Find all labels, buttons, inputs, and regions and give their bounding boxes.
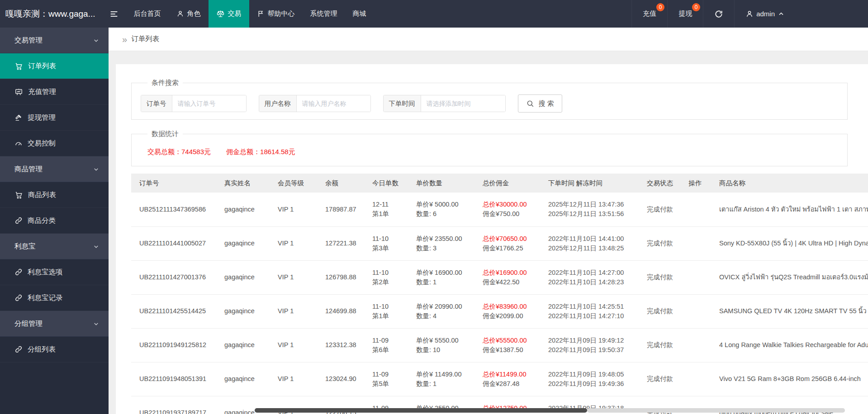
horizontal-scrollbar-track[interactable] bbox=[587, 408, 845, 413]
cell-today-orders: 11-10第2单 bbox=[368, 260, 412, 294]
column-header-总价佣金: 总价佣金 bbox=[478, 174, 544, 193]
horizontal-scrollbar-thumb[interactable] bbox=[255, 408, 587, 413]
column-header-订单号: 订单号 bbox=[131, 174, 220, 193]
sidebar-item-分组列表[interactable]: 分组列表 bbox=[0, 337, 109, 362]
sidebar-group-交易管理[interactable]: 交易管理 bbox=[0, 28, 109, 53]
sidebar-group-商品管理[interactable]: 商品管理 bbox=[0, 156, 109, 182]
search-input-订单号[interactable] bbox=[172, 95, 246, 112]
chevron-down-icon bbox=[93, 166, 100, 173]
sidebar-item-label: 商品列表 bbox=[28, 190, 56, 200]
cell-unit-price-qty: 单价¥ 16900.00数量: 1 bbox=[412, 260, 478, 294]
cell-order-no: UB2211101425514425 bbox=[131, 294, 220, 328]
sidebar-item-利息宝记录[interactable]: 利息宝记录 bbox=[0, 285, 109, 311]
recharge-label: 充值 bbox=[643, 9, 656, 18]
main-content: » 订单列表 条件搜索 订单号用户名称下单时间 搜 索 数据统计 交易总额：74… bbox=[109, 28, 868, 414]
cell-vip-level: VIP 1 bbox=[273, 193, 321, 226]
refresh-button[interactable] bbox=[703, 0, 734, 28]
search-input-下单时间[interactable] bbox=[421, 95, 505, 112]
column-header-下单时间 解冻时间: 下单时间 解冻时间 bbox=[544, 174, 642, 193]
search-row: 订单号用户名称下单时间 搜 索 bbox=[141, 94, 840, 113]
search-panel: 条件搜索 订单号用户名称下单时间 搜 索 bbox=[131, 79, 848, 120]
navbar-right: 充值 0 提现 0 admin bbox=[631, 0, 796, 28]
main-nav-menu: 后台首页角色交易帮助中心系统管理商城 bbox=[126, 0, 374, 28]
sidebar-item-label: 交易控制 bbox=[28, 139, 56, 148]
table-row: UB2211101441005027gagaqinceVIP 1127221.3… bbox=[131, 226, 868, 260]
sidebar-item-交易控制[interactable]: 交易控制 bbox=[0, 131, 109, 156]
flag-icon bbox=[257, 10, 265, 18]
nav-item-系统管理[interactable]: 系统管理 bbox=[303, 0, 345, 28]
withdraw-button[interactable]: 提现 0 bbox=[667, 0, 703, 28]
sidebar-item-充值管理[interactable]: 充值管理 bbox=[0, 79, 109, 105]
sidebar: 交易管理订单列表充值管理提现管理交易控制商品管理商品列表商品分类利息宝利息宝选项… bbox=[0, 28, 109, 414]
nav-item-帮助中心[interactable]: 帮助中心 bbox=[249, 0, 303, 28]
cell-real-name: gagaqince bbox=[220, 294, 273, 328]
cell-unit-price-qty: 单价¥ 5550.00数量: 10 bbox=[412, 328, 478, 362]
table-row: UB2211101425514425gagaqinceVIP 1124699.8… bbox=[131, 294, 868, 328]
search-field-用户名称: 用户名称 bbox=[259, 95, 371, 112]
sidebar-group-分组管理[interactable]: 分组管理 bbox=[0, 311, 109, 337]
sidebar-item-label: 利息宝选项 bbox=[28, 268, 63, 277]
cart-icon bbox=[14, 62, 23, 71]
table-row: UB2211101427001376gagaqinceVIP 1126798.8… bbox=[131, 260, 868, 294]
sidebar-item-订单列表[interactable]: 订单列表 bbox=[0, 53, 109, 79]
search-button[interactable]: 搜 索 bbox=[518, 94, 562, 113]
table-row: UB2211091949125812gagaqinceVIP 1123312.3… bbox=[131, 328, 868, 362]
chevron-down-icon bbox=[93, 243, 100, 250]
caret-up-icon bbox=[778, 10, 785, 18]
cell-real-name: gagaqince bbox=[220, 193, 273, 226]
cell-balance: 178987.87 bbox=[321, 193, 368, 226]
cell-action bbox=[684, 260, 715, 294]
user-menu[interactable]: admin bbox=[734, 0, 796, 28]
sidebar-group-利息宝[interactable]: 利息宝 bbox=[0, 234, 109, 259]
sidebar-toggle-button[interactable] bbox=[102, 0, 126, 28]
cell-times: 2025年12月11日 13:47:362025年12月11日 13:51:56 bbox=[544, 193, 642, 226]
sidebar-item-label: 利息宝记录 bbox=[28, 293, 63, 303]
cart-icon bbox=[14, 191, 23, 199]
chevron-down-icon bbox=[93, 320, 100, 327]
cell-times: 2022年11月10日 14:27:002022年11月10日 14:28:23 bbox=[544, 260, 642, 294]
chevron-down-icon bbox=[93, 37, 100, 44]
sidebar-item-label: 商品分类 bbox=[28, 216, 56, 226]
column-header-单价数量: 单价数量 bbox=[412, 174, 478, 193]
cell-balance: 123312.38 bbox=[321, 328, 368, 362]
cell-balance: 124699.88 bbox=[321, 294, 368, 328]
stats-panel: 数据统计 交易总额：744583元 佣金总额：18614.58元 bbox=[131, 130, 848, 166]
sidebar-item-提现管理[interactable]: 提现管理 bbox=[0, 105, 109, 131]
cell-vip-level: VIP 1 bbox=[273, 362, 321, 396]
gavel-icon bbox=[14, 113, 23, 122]
cell-action bbox=[684, 362, 715, 396]
sidebar-item-商品列表[interactable]: 商品列表 bbox=[0, 182, 109, 208]
sidebar-item-利息宝选项[interactable]: 利息宝选项 bbox=[0, 259, 109, 285]
search-input-用户名称[interactable] bbox=[297, 95, 370, 112]
cell-times: 2022年11月10日 14:41:002025年12月11日 13:48:25 bbox=[544, 226, 642, 260]
page-title: 订单列表 bbox=[131, 34, 159, 44]
orders-table: 订单号真实姓名会员等级余额今日单数单价数量总价佣金下单时间 解冻时间交易状态操作… bbox=[131, 174, 868, 414]
cell-vip-level: VIP 1 bbox=[273, 226, 321, 260]
cell-real-name: gagaqince bbox=[220, 362, 273, 396]
cell-unit-price-qty: 单价¥ 11499.00数量: 1 bbox=[412, 362, 478, 396]
nav-item-交易[interactable]: 交易 bbox=[209, 0, 249, 28]
nav-item-商城[interactable]: 商城 bbox=[345, 0, 374, 28]
sidebar-item-商品分类[interactable]: 商品分类 bbox=[0, 208, 109, 234]
sidebar-item-label: 交易管理 bbox=[14, 36, 43, 45]
cell-total-commission: 总价¥55500.00佣金¥1387.50 bbox=[478, 328, 544, 362]
cell-status: 完成付款 bbox=[642, 226, 684, 260]
sidebar-item-label: 分组列表 bbox=[28, 345, 56, 354]
cell-total-commission: 总价¥30000.00佣金¥750.00 bbox=[478, 193, 544, 226]
top-navbar: 嘎嘎亲测：www.gaga... 后台首页角色交易帮助中心系统管理商城 充值 0… bbox=[0, 0, 868, 28]
nav-item-角色[interactable]: 角色 bbox=[169, 0, 209, 28]
recharge-badge: 0 bbox=[656, 3, 664, 11]
orders-table-header-row: 订单号真实姓名会员等级余额今日单数单价数量总价佣金下单时间 解冻时间交易状态操作… bbox=[131, 174, 868, 193]
cell-today-orders: 11-09第6单 bbox=[368, 328, 412, 362]
cell-vip-level: VIP 1 bbox=[273, 328, 321, 362]
search-field-label: 下单时间 bbox=[384, 95, 421, 112]
nav-item-后台首页[interactable]: 后台首页 bbox=[126, 0, 169, 28]
cell-status: 完成付款 bbox=[642, 260, 684, 294]
link-icon bbox=[14, 268, 23, 276]
recharge-button[interactable]: 充值 0 bbox=[631, 0, 667, 28]
cell-product-name: OVICX ลู่วิ่งไฟฟ้า รุ่นQ2S Treadmill มอเ… bbox=[715, 260, 868, 294]
cell-today-orders: 11-10第3单 bbox=[368, 226, 412, 260]
withdraw-label: 提现 bbox=[678, 9, 692, 18]
nav-item-label: 交易 bbox=[228, 9, 242, 18]
cell-balance: 123024.90 bbox=[321, 362, 368, 396]
